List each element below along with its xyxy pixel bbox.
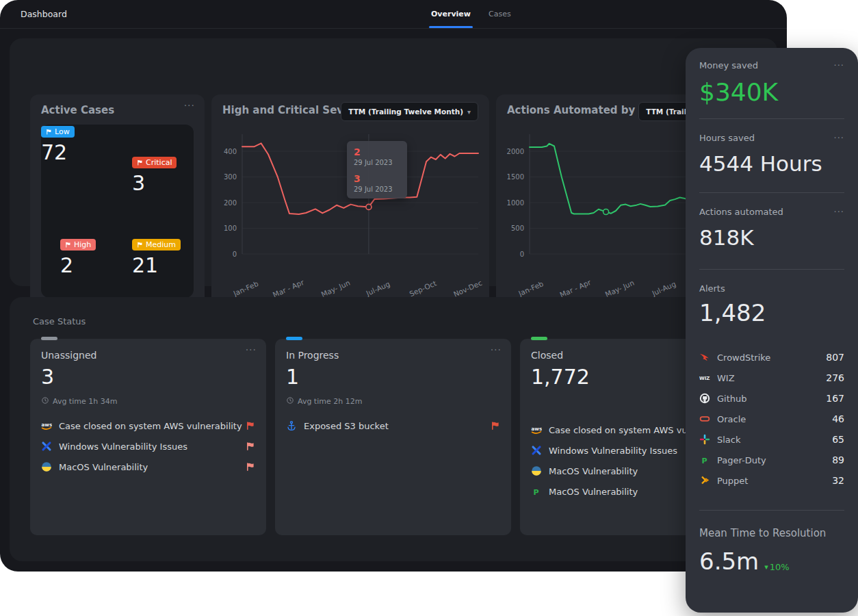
svg-text:May- Jun: May- Jun	[320, 279, 351, 298]
flag-icon[interactable]	[246, 441, 255, 451]
svg-text:P: P	[534, 488, 539, 497]
pagerduty-icon: P	[531, 486, 542, 497]
alert-count: 276	[826, 372, 844, 383]
alert-row[interactable]: CrowdStrike 807	[699, 347, 844, 368]
severity-badge: Low	[41, 126, 75, 138]
svg-text:Jan-Feb: Jan-Feb	[517, 279, 545, 298]
svg-text:300: 300	[224, 173, 237, 181]
divider	[699, 192, 844, 193]
alerts-value: 1,482	[699, 299, 844, 326]
svg-text:100: 100	[224, 224, 237, 232]
alert-count: 65	[832, 434, 844, 445]
severity-cell: High 2	[60, 238, 96, 277]
overview-section: Active Cases ··· Critical 3	[10, 38, 777, 286]
flag-icon[interactable]	[246, 462, 255, 472]
slack-icon	[699, 434, 710, 445]
severity-line-chart[interactable]: 0100200300400Jan-FebMar - AprMay- JunJul…	[211, 94, 489, 311]
case-list: Exposed S3 bucket	[286, 415, 500, 436]
alert-row[interactable]: P Pager-Duty 89	[699, 450, 844, 470]
svg-text:May- Jun: May- Jun	[604, 279, 636, 298]
case-item-row[interactable]: Windows Vulnerability Issues	[41, 436, 255, 457]
more-menu-icon[interactable]: ···	[491, 344, 502, 355]
case-item-row[interactable]: MacOS Vulnerability	[41, 457, 255, 477]
more-menu-icon[interactable]: ···	[184, 100, 195, 111]
unassigned-card: Unassigned ··· 3 Avg time 1h 34m aws Cas…	[30, 339, 266, 535]
clock-icon	[41, 396, 49, 407]
python-icon	[41, 461, 52, 472]
alert-count: 89	[832, 454, 844, 465]
alert-source-name: Puppet	[717, 476, 748, 486]
aws-icon: aws	[531, 424, 542, 435]
kpi-label: Money saved	[699, 60, 758, 70]
svg-text:Jul-Aug: Jul-Aug	[650, 279, 677, 297]
severity-cell: Critical 3	[132, 155, 177, 194]
flag-icon[interactable]	[246, 421, 255, 431]
status-name: In Progress	[286, 350, 339, 361]
money-saved-value: $340K	[699, 79, 844, 106]
status-name: Unassigned	[41, 350, 96, 361]
tooltip-value: 2	[354, 146, 400, 157]
kpi-label: Alerts	[699, 283, 725, 294]
alert-row[interactable]: Puppet 32	[699, 470, 844, 491]
flag-icon[interactable]	[491, 421, 500, 431]
avg-time-row: Avg time 2h 12m	[286, 396, 362, 407]
flag-icon	[137, 159, 143, 166]
status-accent-pill	[286, 337, 302, 340]
avg-time-row: Avg time 1h 34m	[41, 396, 117, 407]
alert-count: 167	[826, 393, 844, 404]
severity-cell: Medium 21	[132, 238, 181, 277]
severity-count: 21	[132, 255, 181, 277]
tooltip-entry: 3 29 Jul 2023	[354, 173, 400, 193]
active-cases-card: Active Cases ··· Critical 3	[30, 94, 205, 309]
kpi-label: Mean Time to Resolution	[699, 527, 826, 539]
divider	[699, 510, 844, 511]
chart-tooltip: 2 29 Jul 2023 3 29 Jul 2023	[347, 141, 407, 198]
svg-text:0: 0	[520, 251, 524, 258]
more-menu-icon[interactable]: ···	[834, 133, 844, 143]
hours-saved-header: Hours saved ···	[699, 133, 844, 143]
tooltip-date: 29 Jul 2023	[354, 159, 400, 166]
page-title: Dashboard	[21, 9, 67, 19]
case-item-row[interactable]: Exposed S3 bucket	[286, 415, 500, 436]
alerts-list: CrowdStrike 807 WIZ WIZ 276 Github 167 O…	[699, 347, 844, 491]
more-menu-icon[interactable]: ···	[834, 207, 844, 217]
svg-text:aws: aws	[42, 422, 53, 428]
top-bar: Dashboard Overview Cases	[0, 0, 787, 29]
section-title: Case Status	[33, 316, 86, 326]
svg-text:0: 0	[233, 251, 237, 258]
severity-count: 2	[60, 255, 96, 277]
app-window: Dashboard Overview Cases Active Cases ··…	[0, 0, 787, 572]
more-menu-icon[interactable]: ···	[834, 60, 844, 70]
svg-text:P: P	[702, 457, 707, 465]
tab-cases[interactable]: Cases	[489, 0, 511, 28]
svg-text:Jul-Aug: Jul-Aug	[364, 279, 391, 297]
tooltip-date: 29 Jul 2023	[354, 185, 400, 193]
alert-source-name: Pager-Duty	[717, 455, 766, 465]
alert-row[interactable]: Slack 65	[699, 429, 844, 450]
svg-text:500: 500	[511, 224, 524, 232]
mttr-row: 6.5m ▾ 10%	[699, 548, 844, 575]
alert-row[interactable]: Oracle 46	[699, 409, 844, 429]
alert-row[interactable]: Github 167	[699, 388, 844, 409]
active-cases-grid: Critical 3 High 2 Me	[41, 125, 194, 298]
severity-badge: High	[60, 239, 96, 251]
case-item-row[interactable]: aws Case closed on system AWS vulnerabil…	[41, 415, 255, 436]
trend-down-icon: ▾	[764, 563, 768, 572]
actions-automated-value: 818K	[699, 224, 844, 251]
in-progress-card: In Progress ··· 1 Avg time 2h 12m Expose…	[275, 339, 511, 535]
tab-overview[interactable]: Overview	[431, 0, 471, 28]
crowdstrike-icon	[699, 352, 710, 363]
case-item-text: Case closed on system AWS vulnerability	[59, 421, 242, 431]
alert-source-name: Oracle	[717, 414, 746, 424]
alert-source-name: WIZ	[717, 373, 735, 383]
severity-chart-card: High and Critical Severity Cases TTM (Tr…	[211, 94, 489, 309]
divider	[699, 269, 844, 270]
more-menu-icon[interactable]: ···	[246, 344, 257, 355]
svg-text:Mar - Apr: Mar - Apr	[272, 278, 306, 299]
divider	[699, 118, 844, 119]
severity-cell: Low 72	[41, 125, 75, 164]
case-item-text: Exposed S3 bucket	[304, 421, 389, 431]
alert-row[interactable]: WIZ WIZ 276	[699, 368, 844, 388]
active-tab-underline	[429, 26, 473, 28]
alert-count: 807	[826, 352, 844, 363]
